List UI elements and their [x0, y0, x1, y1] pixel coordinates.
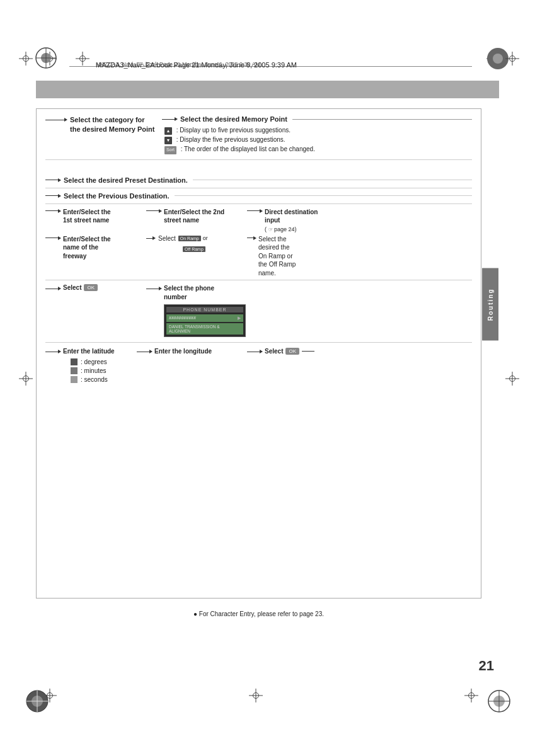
icon-up: ▲ — [164, 127, 172, 135]
phone-number-box: PHONE NUMBER ########### ▶ DANIEL TRANSM… — [164, 304, 246, 337]
phone-right: Select the phonenumber PHONE NUMBER ####… — [146, 284, 472, 337]
bullet-degrees: : degrees — [71, 358, 472, 365]
phone-box-input: ########### ▶ — [166, 314, 243, 322]
ramp-mid: Select On Ramp or Off Ramp — [146, 235, 247, 252]
arrow-line-1 — [45, 118, 67, 122]
routing-tab: Routing — [482, 268, 498, 341]
mid-left-reg — [19, 372, 33, 386]
memory-item-1: ▲ : Display up to five previous suggesti… — [164, 125, 472, 135]
divider-1 — [45, 159, 472, 160]
phone-content: Select the phonenumber PHONE NUMBER ####… — [164, 284, 246, 337]
phone-box-result: DANIEL TRANSMISSION & ALIGNMEN — [166, 323, 243, 335]
latlon-row: Enter the latitude Enter the longitude S… — [45, 348, 472, 355]
on-ramp-btn[interactable]: On Ramp — [178, 236, 201, 241]
select-ok-group: Select OK — [63, 284, 98, 291]
arrow-ramp — [146, 236, 156, 240]
memory-point-row: Select the category for the desired Memo… — [45, 115, 472, 154]
arrow-latlon-ok — [247, 350, 263, 353]
memory-left-label: Select the category for the desired Memo… — [70, 115, 156, 135]
mid-right-reg — [505, 372, 519, 386]
arrow-street-1 — [45, 209, 61, 213]
direct-dest-sub: ( ☞ page 24) — [265, 226, 297, 232]
street-mid-1: Enter/Select the 2ndstreet name — [146, 208, 247, 225]
bullet-icon-minutes — [71, 367, 78, 374]
off-ramp-btn[interactable]: Off Ramp — [183, 246, 205, 252]
street-row-2: Enter/Select thename of thefreeway Selec… — [45, 235, 472, 278]
arrow-direct — [247, 209, 263, 213]
memory-right-title: Select the desired Memory Point — [180, 115, 287, 123]
section-preset: Select the desired Preset Destination. — [37, 176, 481, 192]
divider-3 — [45, 203, 472, 204]
memory-right: Select the desired Memory Point ▲ : Disp… — [162, 115, 472, 154]
section-phone: Select OK Select the phonenumber PHONE N… — [37, 284, 481, 348]
divider-5 — [45, 342, 472, 343]
lat-label: Enter the latitude — [63, 348, 115, 355]
lat-group: Enter the latitude — [45, 348, 137, 355]
memory-right-title-row: Select the desired Memory Point — [162, 115, 472, 123]
prev-dest-label: Select the Previous Destination. — [64, 192, 170, 200]
direct-dest-label: Direct destinationinput — [265, 209, 318, 224]
memory-left: Select the category for the desired Memo… — [45, 115, 156, 135]
arrow-phone-left — [45, 287, 61, 290]
select-ok-latlon: Select OK — [265, 348, 314, 355]
memory-right-items: ▲ : Display up to five previous suggesti… — [164, 125, 472, 154]
bullet-minutes: : minutes — [71, 367, 472, 374]
phone-box-title: PHONE NUMBER — [166, 307, 243, 312]
ramp-select-row: Select On Ramp or — [146, 235, 247, 242]
phone-result-text: DANIEL TRANSMISSION & ALIGNMEN — [169, 324, 220, 333]
footer-note: ● For Character Entry, please refer to p… — [36, 610, 481, 617]
phone-input-value: ########### — [169, 316, 196, 321]
freeway-label: Enter/Select thename of thefreeway — [63, 235, 111, 261]
phone-row: Select OK Select the phonenumber PHONE N… — [45, 284, 472, 337]
memory-item-sort: Sort : The order of the displayed list c… — [164, 144, 472, 154]
reg-mark-br — [487, 689, 511, 713]
spacer-1 — [37, 164, 481, 176]
street-row-1: Enter/Select the1st street name Enter/Se… — [45, 208, 472, 232]
select-latlon-text: Select — [265, 348, 283, 355]
bullet-seconds: : seconds — [71, 376, 472, 383]
street-label-mid-1: Enter/Select the 2ndstreet name — [164, 208, 224, 225]
divider-2 — [45, 188, 472, 188]
top-left-reg — [19, 52, 33, 66]
ok-latlon-button[interactable]: OK — [285, 348, 299, 355]
registration-mark-tl — [35, 47, 57, 69]
arrow-lon — [137, 350, 152, 353]
routing-tab-label: Routing — [487, 289, 494, 321]
top-right-reg — [505, 52, 519, 66]
icon-down: ▼ — [164, 137, 172, 144]
bullet-text-seconds: : seconds — [81, 376, 108, 383]
arrow-freeway — [45, 236, 61, 240]
header-file-info-text: MAZDA3_Navi_EA.book Page 21 Monday, June… — [96, 61, 260, 67]
ok-button[interactable]: OK — [84, 284, 98, 291]
bullet-icon-seconds — [71, 376, 78, 383]
street-label-1: Enter/Select the1st street name — [63, 208, 111, 225]
select-label-ramp: Select — [158, 235, 176, 242]
section-memory-point: Select the category for the desired Memo… — [37, 109, 481, 164]
section-prev-dest: Select the Previous Destination. — [37, 192, 481, 208]
select-ok-text: Select — [63, 284, 81, 291]
sort-btn: Sort — [164, 146, 176, 154]
preset-label: Select the desired Preset Destination. — [64, 176, 188, 184]
prev-dest-row: Select the Previous Destination. — [45, 192, 472, 200]
section-latlon: Enter the latitude Enter the longitude S… — [37, 348, 481, 389]
phone-select-label: Select the phonenumber — [164, 285, 214, 301]
ramp-select-label: Select thedesired theOn Ramp orthe Off R… — [258, 235, 296, 278]
section-street: Enter/Select the1st street name Enter/Se… — [37, 208, 481, 285]
phone-left: Select OK — [45, 284, 146, 291]
phone-arrow: ▶ — [238, 316, 241, 321]
ramp-right: Select thedesired theOn Ramp orthe Off R… — [247, 235, 472, 278]
bullet-text-degrees: : degrees — [81, 358, 107, 365]
reg-mark-bl — [25, 689, 49, 713]
direct-dest-block: Direct destinationinput ( ☞ page 24) — [265, 208, 318, 232]
lon-label: Enter the longitude — [154, 348, 212, 355]
lon-group: Enter the longitude — [137, 348, 247, 355]
page-number: 21 — [479, 658, 494, 674]
preset-row: Select the desired Preset Destination. — [45, 176, 472, 184]
arrow-street-mid-1 — [146, 209, 162, 213]
main-content-box: Routing Select the category for the desi… — [36, 108, 481, 598]
divider-4 — [45, 280, 472, 280]
street-right-1: Direct destinationinput ( ☞ page 24) — [247, 208, 472, 232]
arrow-ramp-right — [247, 236, 256, 240]
latlon-ok-group: Select OK — [247, 348, 472, 355]
arrow-phone-right — [146, 287, 162, 290]
